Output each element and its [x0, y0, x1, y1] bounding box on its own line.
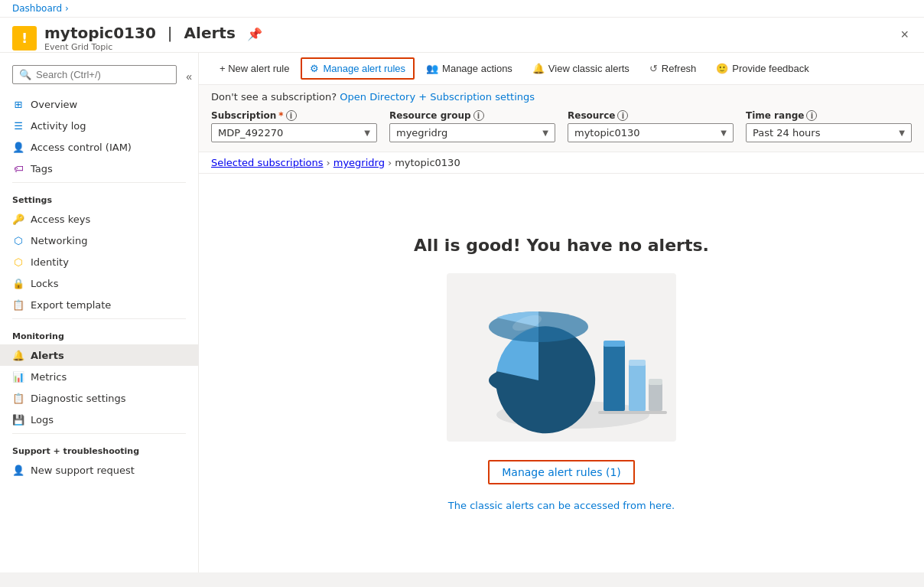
- support-section-label: Support + troubleshooting: [0, 437, 198, 459]
- sidebar-item-diagnostic-settings[interactable]: 📋 Diagnostic settings: [0, 387, 198, 409]
- sidebar-item-networking[interactable]: ⬡ Networking: [0, 230, 198, 251]
- new-alert-rule-button[interactable]: + New alert rule: [211, 58, 298, 79]
- resource-dropdown[interactable]: mytopic0130 ▼: [568, 123, 734, 142]
- search-container: 🔍: [12, 65, 177, 84]
- open-directory-link[interactable]: Open Directory + Subscription settings: [340, 91, 535, 103]
- resource-icon: !: [12, 26, 37, 51]
- diagnostic-settings-icon: 📋: [12, 392, 24, 404]
- resource-header: ! mytopic0130 | Alerts 📌 Event Grid Topi…: [0, 18, 924, 53]
- sidebar-item-new-support-request[interactable]: 👤 New support request: [0, 459, 198, 481]
- resource-subtitle: Event Grid Topic: [44, 42, 262, 52]
- toolbar: + New alert rule ⚙ Manage alert rules 👥 …: [199, 53, 924, 85]
- sidebar: 🔍 « ⊞ Overview ☰ Activity log 👤 Access c…: [0, 53, 199, 572]
- scope-resource: mytopic0130: [395, 157, 460, 168]
- refresh-button[interactable]: ↺ Refresh: [641, 58, 705, 79]
- networking-icon: ⬡: [12, 234, 24, 246]
- breadcrumb-dashboard[interactable]: Dashboard: [12, 3, 62, 14]
- pin-button[interactable]: 📌: [247, 27, 262, 41]
- resource-name: mytopic0130: [44, 24, 156, 42]
- no-alerts-title: All is good! You have no alerts.: [414, 236, 709, 255]
- refresh-label: Refresh: [662, 63, 697, 74]
- no-alerts-illustration: [447, 273, 676, 442]
- time-range-filter: Time range i Past 24 hours ▼: [746, 110, 912, 142]
- locks-icon: 🔒: [12, 277, 24, 289]
- alerts-icon: 🔔: [12, 349, 24, 361]
- access-keys-icon: 🔑: [12, 213, 24, 225]
- settings-section-label: Settings: [0, 186, 198, 208]
- access-control-icon: 👤: [12, 141, 24, 153]
- filter-notice: Don't see a subscription? Open Directory…: [211, 91, 912, 103]
- sidebar-item-logs[interactable]: 💾 Logs: [0, 409, 198, 430]
- filter-bar: Don't see a subscription? Open Directory…: [199, 85, 924, 152]
- resource-title: mytopic0130 | Alerts 📌 Event Grid Topic: [44, 24, 262, 52]
- resource-info-icon[interactable]: i: [617, 110, 628, 121]
- tags-icon: 🏷: [12, 162, 24, 174]
- close-button[interactable]: ×: [897, 24, 912, 46]
- search-icon: 🔍: [19, 69, 31, 80]
- overview-icon: ⊞: [12, 98, 24, 110]
- svg-rect-3: [604, 342, 625, 411]
- classic-alerts-icon: 🔔: [532, 63, 545, 74]
- time-range-info-icon[interactable]: i: [806, 110, 817, 121]
- sidebar-item-export-template[interactable]: 📋 Export template: [0, 294, 198, 315]
- svg-rect-8: [649, 379, 662, 385]
- export-template-icon: 📋: [12, 298, 24, 311]
- breadcrumb-separator: ›: [65, 3, 69, 14]
- provide-feedback-button[interactable]: 🙂 Provide feedback: [708, 58, 817, 79]
- sidebar-item-overview[interactable]: ⊞ Overview: [0, 93, 198, 115]
- scope-resource-group-link[interactable]: myegridrg: [333, 157, 385, 168]
- breadcrumb: Dashboard ›: [0, 0, 924, 18]
- page-title: Alerts: [184, 24, 236, 42]
- view-classic-alerts-label: View classic alerts: [548, 63, 630, 74]
- subscription-dropdown-arrow: ▼: [364, 129, 370, 137]
- subscription-dropdown[interactable]: MDP_492270 ▼: [211, 123, 377, 142]
- provide-feedback-label: Provide feedback: [732, 63, 808, 74]
- sidebar-item-locks[interactable]: 🔒 Locks: [0, 272, 198, 294]
- monitoring-section-label: Monitoring: [0, 322, 198, 344]
- sidebar-item-metrics[interactable]: 📊 Metrics: [0, 366, 198, 387]
- view-classic-alerts-button[interactable]: 🔔 View classic alerts: [524, 58, 638, 79]
- content-area: + New alert rule ⚙ Manage alert rules 👥 …: [199, 53, 924, 572]
- resource-group-info-icon[interactable]: i: [473, 110, 484, 121]
- manage-actions-icon: 👥: [426, 63, 438, 74]
- sidebar-item-alerts[interactable]: 🔔 Alerts: [0, 344, 198, 366]
- manage-actions-button[interactable]: 👥 Manage actions: [418, 58, 521, 79]
- scope-sep2: ›: [388, 157, 392, 168]
- new-alert-rule-label: + New alert rule: [220, 63, 289, 74]
- resource-group-filter: Resource group i myegridrg ▼: [389, 110, 555, 142]
- classic-alerts-here-link[interactable]: here.: [649, 500, 675, 511]
- refresh-icon: ↺: [649, 63, 658, 74]
- support-icon: 👤: [12, 464, 24, 476]
- sidebar-item-activity-log[interactable]: ☰ Activity log: [0, 115, 198, 136]
- manage-actions-label: Manage actions: [442, 63, 512, 74]
- time-range-dropdown[interactable]: Past 24 hours ▼: [746, 123, 912, 142]
- sidebar-item-tags[interactable]: 🏷 Tags: [0, 158, 198, 179]
- activity-log-icon: ☰: [12, 119, 24, 132]
- svg-rect-5: [629, 361, 646, 411]
- resource-group-dropdown[interactable]: myegridrg ▼: [389, 123, 555, 142]
- scope-path: Selected subscriptions › myegridrg › myt…: [199, 152, 924, 174]
- scope-subscriptions-link[interactable]: Selected subscriptions: [211, 157, 324, 168]
- scope-sep1: ›: [327, 157, 330, 168]
- sidebar-item-access-keys[interactable]: 🔑 Access keys: [0, 208, 198, 230]
- collapse-button[interactable]: «: [186, 70, 192, 83]
- classic-alerts-text: The classic alerts can be accessed from …: [448, 500, 675, 511]
- search-input[interactable]: [36, 69, 170, 80]
- manage-alert-rules-button[interactable]: ⚙ Manage alert rules: [301, 57, 415, 80]
- svg-rect-4: [604, 341, 625, 347]
- manage-alert-rules-link[interactable]: Manage alert rules (1): [488, 460, 635, 484]
- logs-icon: 💾: [12, 413, 24, 426]
- resource-dropdown-arrow: ▼: [721, 129, 727, 137]
- sidebar-item-identity[interactable]: ⬡ Identity: [0, 251, 198, 272]
- subscription-info-icon[interactable]: i: [286, 110, 297, 121]
- resource-filter: Resource i mytopic0130 ▼: [568, 110, 734, 142]
- identity-icon: ⬡: [12, 256, 24, 268]
- sidebar-item-access-control[interactable]: 👤 Access control (IAM): [0, 136, 198, 158]
- metrics-icon: 📊: [12, 370, 24, 383]
- main-content: All is good! You have no alerts.: [199, 174, 924, 572]
- svg-rect-9: [598, 411, 667, 414]
- resource-group-dropdown-arrow: ▼: [542, 129, 548, 137]
- feedback-icon: 🙂: [716, 63, 728, 74]
- manage-alert-rules-label: Manage alert rules: [323, 63, 405, 74]
- subscription-filter: Subscription * i MDP_492270 ▼: [211, 110, 377, 142]
